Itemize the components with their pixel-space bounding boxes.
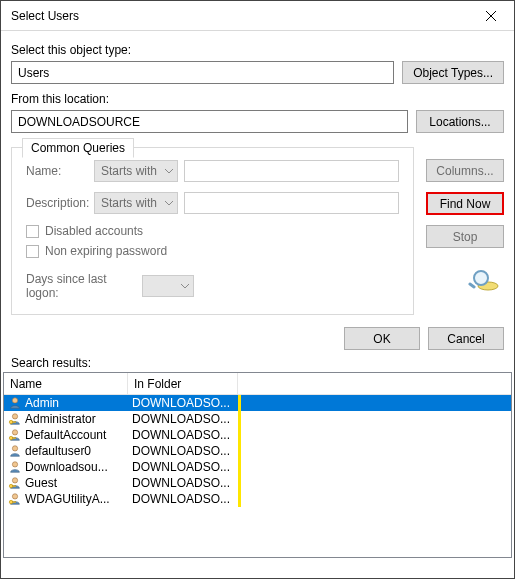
object-type-value: Users [18, 66, 49, 80]
name-filter-input [184, 160, 399, 182]
cancel-button[interactable]: Cancel [428, 327, 504, 350]
titlebar: Select Users [1, 1, 514, 31]
header-name[interactable]: Name [4, 373, 128, 394]
cell-name: Admin [4, 396, 128, 410]
stop-button: Stop [426, 225, 504, 248]
disabled-accounts-label: Disabled accounts [45, 224, 143, 238]
user-icon [8, 492, 22, 506]
location-value: DOWNLOADSOURCE [18, 115, 140, 129]
chevron-down-icon [165, 169, 173, 174]
find-now-button[interactable]: Find Now [426, 192, 504, 215]
table-row[interactable]: defaultuser0DOWNLOADSO... [4, 443, 511, 459]
cell-name: defaultuser0 [4, 444, 128, 458]
object-type-field[interactable]: Users [11, 61, 394, 84]
table-row[interactable]: Downloadsou...DOWNLOADSO... [4, 459, 511, 475]
disabled-accounts-checkbox [26, 225, 39, 238]
results-header: Name In Folder [4, 373, 511, 395]
cell-name: Guest [4, 476, 128, 490]
user-icon [8, 396, 22, 410]
cell-name-text: defaultuser0 [25, 444, 91, 458]
cell-name-text: Administrator [25, 412, 96, 426]
cell-folder: DOWNLOADSO... [128, 492, 238, 506]
tab-common-queries[interactable]: Common Queries [22, 138, 134, 158]
cell-folder: DOWNLOADSO... [128, 428, 238, 442]
cell-folder: DOWNLOADSO... [128, 460, 238, 474]
table-row[interactable]: AdministratorDOWNLOADSO... [4, 411, 511, 427]
cell-folder: DOWNLOADSO... [128, 476, 238, 490]
name-match-combo: Starts with [94, 160, 178, 182]
cell-name: DefaultAccount [4, 428, 128, 442]
cell-name-text: Downloadsou... [25, 460, 108, 474]
table-row[interactable]: GuestDOWNLOADSO... [4, 475, 511, 491]
column-resize-highlight [238, 395, 241, 507]
desc-filter-label: Description: [26, 196, 88, 210]
cell-folder: DOWNLOADSO... [128, 444, 238, 458]
cell-name: Administrator [4, 412, 128, 426]
cell-name: Downloadsou... [4, 460, 128, 474]
table-row[interactable]: DefaultAccountDOWNLOADSO... [4, 427, 511, 443]
cell-folder: DOWNLOADSO... [128, 412, 238, 426]
cell-name: WDAGUtilityA... [4, 492, 128, 506]
name-match-value: Starts with [101, 164, 157, 178]
table-row[interactable]: AdminDOWNLOADSO... [4, 395, 511, 411]
user-icon [8, 428, 22, 442]
chevron-down-icon [165, 201, 173, 206]
window-title: Select Users [11, 9, 468, 23]
desc-filter-input [184, 192, 399, 214]
results-list[interactable]: Name In Folder AdminDOWNLOADSO...Adminis… [3, 372, 512, 558]
user-icon [8, 476, 22, 490]
common-queries-box: Common Queries Name: Starts with Descrip… [11, 147, 414, 315]
chevron-down-icon [181, 284, 189, 289]
close-icon [486, 11, 496, 21]
from-location-label: From this location: [11, 92, 504, 106]
magnifier-icon [468, 268, 504, 292]
user-icon [8, 460, 22, 474]
name-filter-label: Name: [26, 164, 88, 178]
cell-name-text: WDAGUtilityA... [25, 492, 110, 506]
cell-name-text: Admin [25, 396, 59, 410]
user-icon [8, 444, 22, 458]
desc-match-value: Starts with [101, 196, 157, 210]
location-field[interactable]: DOWNLOADSOURCE [11, 110, 408, 133]
cell-name-text: DefaultAccount [25, 428, 106, 442]
desc-match-combo: Starts with [94, 192, 178, 214]
days-since-combo [142, 275, 194, 297]
cell-folder: DOWNLOADSO... [128, 396, 238, 410]
cell-name-text: Guest [25, 476, 57, 490]
locations-button[interactable]: Locations... [416, 110, 504, 133]
object-types-button[interactable]: Object Types... [402, 61, 504, 84]
days-since-label: Days since last logon: [26, 272, 136, 300]
table-row[interactable]: WDAGUtilityA...DOWNLOADSO... [4, 491, 511, 507]
search-results-label: Search results: [11, 356, 504, 370]
object-type-label: Select this object type: [11, 43, 504, 57]
svg-point-3 [474, 271, 488, 285]
columns-button: Columns... [426, 159, 504, 182]
header-folder[interactable]: In Folder [128, 373, 238, 394]
user-icon [8, 412, 22, 426]
non-expiring-checkbox [26, 245, 39, 258]
close-button[interactable] [468, 1, 514, 31]
non-expiring-label: Non expiring password [45, 244, 167, 258]
ok-button[interactable]: OK [344, 327, 420, 350]
